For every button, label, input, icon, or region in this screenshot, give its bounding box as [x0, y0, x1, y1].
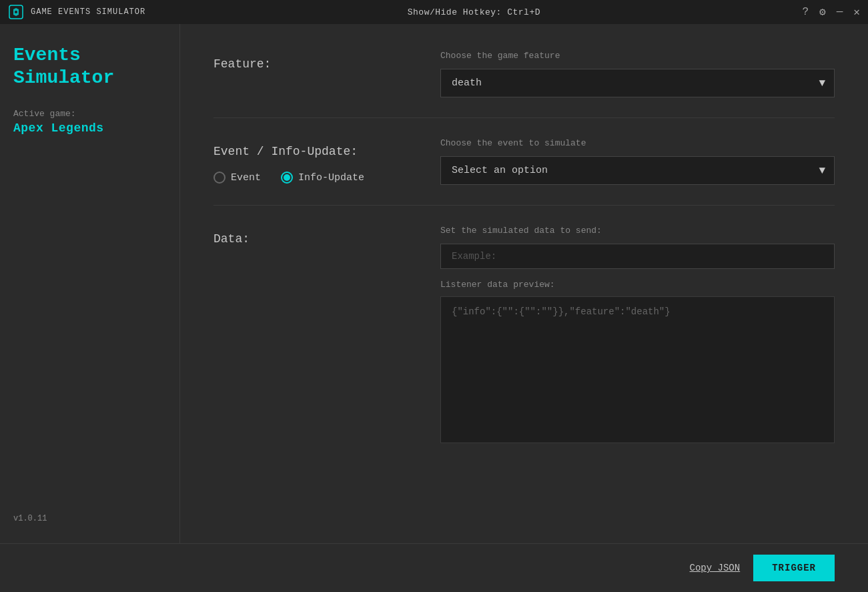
info-update-radio-label: Info-Update — [298, 172, 364, 184]
titlebar: GAME EVENTS SIMULATOR Show/Hide Hotkey: … — [0, 0, 868, 24]
data-input[interactable] — [440, 244, 835, 269]
app-logo-icon — [8, 4, 24, 20]
event-content: Choose the event to simulate Select an o… — [440, 138, 835, 185]
feature-section: Feature: Choose the game feature death k… — [213, 51, 835, 118]
sidebar-title: EventsSimulator — [13, 44, 166, 89]
info-update-radio-item[interactable]: Info-Update — [281, 172, 364, 184]
event-section-label: Event / Info-Update: — [213, 145, 414, 158]
data-preview-textarea[interactable] — [440, 296, 835, 443]
titlebar-controls: ? ⚙ — ✕ — [803, 5, 861, 19]
hotkey-label: Show/Hide Hotkey: Ctrl+D — [145, 7, 802, 17]
active-game-name: Apex Legends — [13, 121, 166, 135]
feature-dropdown-wrapper: death kill match_state me teammate kill_… — [440, 69, 835, 97]
svg-point-1 — [15, 11, 17, 13]
event-label-col: Event / Info-Update: Event Info-Update — [213, 138, 414, 184]
trigger-button[interactable]: TRIGGER — [753, 555, 835, 581]
feature-hint: Choose the game feature — [440, 51, 835, 61]
bottom-bar: Copy JSON TRIGGER — [0, 543, 868, 592]
close-icon[interactable]: ✕ — [853, 5, 860, 19]
radio-group: Event Info-Update — [213, 172, 414, 184]
event-hint: Choose the event to simulate — [440, 138, 835, 148]
main-layout: EventsSimulator Active game: Apex Legend… — [0, 24, 868, 543]
content-area: Feature: Choose the game feature death k… — [180, 24, 868, 543]
help-icon[interactable]: ? — [803, 6, 809, 18]
data-label: Data: — [213, 226, 414, 246]
active-game-label: Active game: — [13, 109, 166, 119]
sidebar: EventsSimulator Active game: Apex Legend… — [0, 24, 180, 543]
event-section: Event / Info-Update: Event Info-Update C — [213, 138, 835, 206]
data-section: Data: Set the simulated data to send: Li… — [213, 226, 835, 463]
data-content: Set the simulated data to send: Listener… — [440, 226, 835, 443]
event-dropdown-wrapper: Select an option ▼ — [440, 156, 835, 185]
event-row: Event / Info-Update: Event Info-Update C — [213, 138, 835, 185]
feature-dropdown[interactable]: death kill match_state me teammate kill_… — [440, 69, 835, 97]
event-dropdown[interactable]: Select an option — [440, 156, 835, 185]
feature-row: Feature: Choose the game feature death k… — [213, 51, 835, 97]
info-update-radio-input[interactable] — [281, 172, 293, 184]
event-radio-item[interactable]: Event — [213, 172, 261, 184]
copy-json-button[interactable]: Copy JSON — [690, 563, 741, 573]
minimize-icon[interactable]: — — [837, 6, 843, 18]
version-label: v1.0.11 — [13, 514, 166, 523]
app-name-label: GAME EVENTS SIMULATOR — [31, 7, 145, 17]
feature-content: Choose the game feature death kill match… — [440, 51, 835, 97]
data-row: Data: Set the simulated data to send: Li… — [213, 226, 835, 443]
event-radio-input[interactable] — [213, 172, 226, 184]
data-preview-label: Listener data preview: — [440, 280, 835, 290]
data-hint: Set the simulated data to send: — [440, 226, 835, 236]
feature-label: Feature: — [213, 51, 414, 71]
event-radio-label: Event — [231, 172, 261, 184]
settings-icon[interactable]: ⚙ — [819, 5, 826, 19]
